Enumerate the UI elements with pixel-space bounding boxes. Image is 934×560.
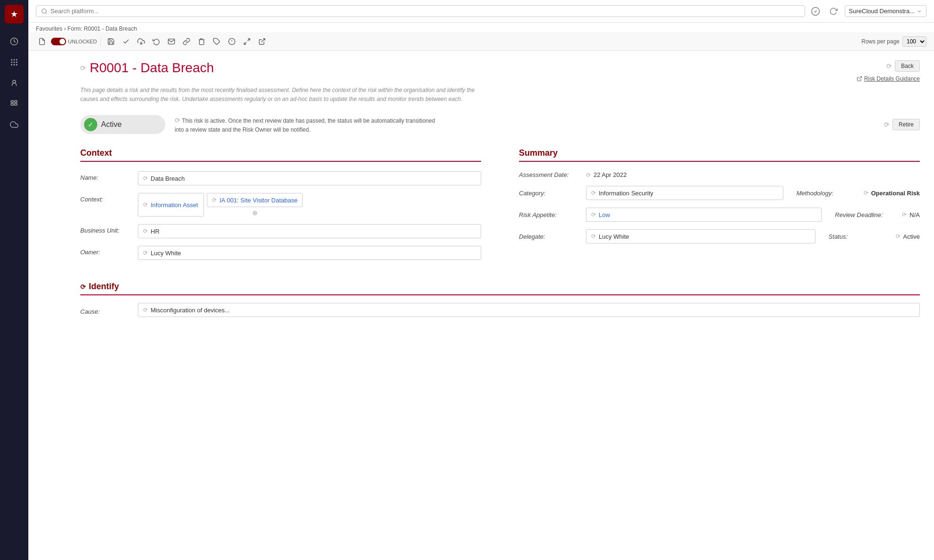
document-icon[interactable]	[36, 35, 48, 48]
mail-icon[interactable]	[165, 35, 178, 48]
svg-rect-11	[11, 100, 13, 102]
context-type-value[interactable]: ⟳ Information Asset	[138, 193, 204, 217]
svg-point-4	[11, 62, 12, 63]
category-value[interactable]: ⟳ Information Security	[586, 186, 783, 200]
face-icon[interactable]	[6, 75, 23, 92]
svg-rect-13	[15, 100, 17, 102]
form-title: R0001 - Data Breach	[90, 60, 214, 75]
review-deadline-text: N/A	[909, 211, 920, 218]
risk-appetite-label: Risk Appetite:	[519, 211, 580, 218]
review-deadline-value: ⟳ N/A	[902, 211, 920, 218]
svg-point-5	[14, 62, 15, 63]
status-check-icon: ✓	[84, 118, 97, 131]
retire-section: ⟳ Retire	[884, 119, 920, 130]
identify-section: ⟳ Identify Cause: ⟳ Misconfiguration of …	[80, 282, 920, 317]
layers-icon[interactable]	[6, 95, 23, 112]
svg-point-15	[42, 8, 46, 13]
history-icon[interactable]	[150, 35, 162, 48]
bu-field-icon: ⟳	[143, 228, 148, 234]
search-input[interactable]	[51, 8, 800, 15]
context-label: Context:	[80, 193, 132, 203]
delegate-text: Lucy White	[599, 233, 629, 240]
save-icon[interactable]	[105, 35, 117, 48]
logo-button[interactable]: ★	[5, 5, 24, 24]
svg-line-23	[247, 39, 250, 41]
retire-button[interactable]: Retire	[892, 119, 920, 130]
refresh-icon[interactable]	[827, 5, 840, 18]
business-unit-value[interactable]: ⟳ HR	[138, 224, 481, 238]
name-label: Name:	[80, 171, 132, 181]
context-type-link[interactable]: Information Asset	[151, 201, 198, 209]
context-item-link[interactable]: IA 001: Site Visitor Database	[220, 197, 297, 204]
content-area: ⟳ R0001 - Data Breach ⟳ Back Risk Detail…	[28, 51, 934, 560]
info-icon[interactable]	[226, 35, 238, 48]
cloud-icon[interactable]	[6, 116, 23, 133]
guidance-link[interactable]: Risk Details Guidance	[857, 75, 920, 82]
cause-field-row: Cause: ⟳ Misconfiguration of devices...	[80, 303, 920, 317]
check-circle-icon[interactable]	[809, 5, 822, 18]
name-field-row: Name: ⟳ Data Breach	[80, 171, 481, 185]
svg-point-2	[14, 59, 15, 60]
toggle-switch[interactable]	[51, 38, 66, 45]
back-button[interactable]: Back	[895, 60, 920, 72]
top-history-icon[interactable]: ⟳	[886, 62, 892, 70]
title-history-icon[interactable]: ⟳	[80, 64, 86, 72]
context-values: ⟳ Information Asset ⟳ IA 001: Site Visit…	[138, 193, 303, 217]
name-field-icon: ⟳	[143, 175, 148, 182]
svg-point-6	[16, 62, 17, 63]
owner-field-row: Owner: ⟳ Lucy White	[80, 246, 481, 260]
svg-rect-14	[15, 103, 17, 105]
search-box[interactable]	[36, 5, 805, 17]
delete-icon[interactable]	[195, 35, 208, 48]
status-history-icon[interactable]: ⟳	[175, 117, 180, 124]
add-context-icon[interactable]: ⊕	[252, 209, 258, 217]
cause-text: Misconfiguration of devices...	[151, 307, 230, 314]
identify-heading: Identify	[89, 282, 119, 292]
toolbar-divider-1	[101, 37, 101, 46]
category-label: Category:	[519, 190, 580, 197]
sidebar: ★	[0, 0, 28, 560]
owner-value[interactable]: ⟳ Lucy White	[138, 246, 481, 260]
identify-section-header: ⟳ Identify	[80, 282, 920, 295]
assessment-date-text: 22 Apr 2022	[594, 171, 627, 178]
tag-icon[interactable]	[211, 35, 223, 48]
form-title-wrapper: ⟳ R0001 - Data Breach	[80, 60, 214, 75]
name-field-value[interactable]: ⟳ Data Breach	[138, 171, 481, 185]
delegate-label: Delegate:	[519, 233, 580, 240]
identify-history-icon[interactable]: ⟳	[80, 283, 86, 291]
form-header: ⟳ R0001 - Data Breach ⟳ Back Risk Detail…	[80, 60, 920, 82]
owner-text: Lucy White	[151, 250, 181, 257]
methodology-label: Methodology:	[797, 190, 858, 197]
link-icon[interactable]	[180, 35, 193, 48]
rows-per-page-select[interactable]: 100 50 25	[902, 36, 926, 47]
apps-icon[interactable]	[6, 54, 23, 71]
methodology-text: Operational Risk	[871, 190, 920, 197]
breadcrumb-parent[interactable]: Favourites	[36, 25, 62, 32]
business-unit-text: HR	[151, 228, 160, 235]
status-field-label: Status:	[829, 233, 890, 240]
context-section-header: Context	[80, 148, 481, 162]
svg-line-25	[262, 39, 265, 42]
risk-appetite-value[interactable]: ⟳ Low	[586, 208, 822, 222]
cause-value[interactable]: ⟳ Misconfiguration of devices...	[138, 303, 920, 317]
context-item-value[interactable]: ⟳ IA 001: Site Visitor Database	[207, 193, 303, 207]
tenant-selector[interactable]: SureCloud Demonstra...	[845, 5, 926, 17]
name-value: Data Breach	[151, 175, 185, 182]
svg-line-26	[859, 77, 862, 80]
svg-point-3	[16, 59, 17, 60]
export-icon[interactable]	[135, 35, 147, 48]
owner-field-icon: ⟳	[143, 250, 148, 256]
lock-toggle[interactable]: UNLOCKED	[51, 38, 97, 45]
svg-line-16	[46, 12, 47, 14]
delegate-value[interactable]: ⟳ Lucy White	[586, 229, 815, 243]
toolbar: UNLOCKED	[28, 32, 934, 51]
external-link-icon[interactable]	[256, 35, 268, 48]
retire-history-icon[interactable]: ⟳	[884, 121, 890, 128]
expand-icon[interactable]	[241, 35, 253, 48]
category-text: Information Security	[599, 190, 654, 197]
external-link-small-icon	[857, 76, 862, 82]
clock-icon[interactable]	[6, 33, 23, 50]
business-unit-label: Business Unit:	[80, 224, 132, 234]
methodology-value: ⟳ Operational Risk	[864, 190, 920, 197]
check-icon[interactable]	[120, 35, 132, 48]
